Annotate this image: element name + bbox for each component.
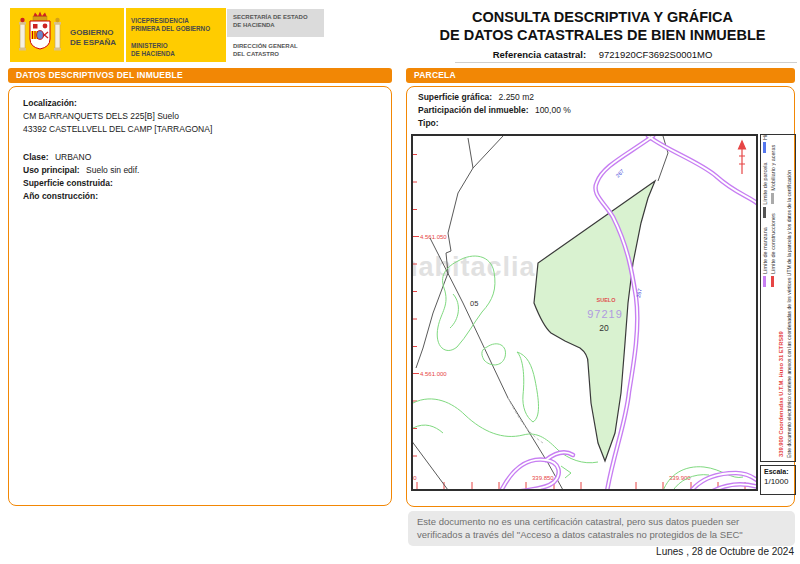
x-axis-label-2: 339.850 <box>532 475 554 481</box>
x-axis-label-1: 339.800 <box>413 475 417 481</box>
scale-value: 1/1000 <box>764 477 792 486</box>
parcela-panel-body: Superficie gráfica: 2.250 m2 Participaci… <box>406 86 795 507</box>
uso-label: Uso principal: <box>23 165 80 175</box>
legend-line-parcela-icon <box>764 207 767 218</box>
scale-box: Escala: 1/1000 <box>760 465 796 495</box>
uso-row: Uso principal: Suelo sin edif. <box>23 164 377 177</box>
legend-row-2: Límite de construcciones Mobiliario y ac… <box>770 139 777 289</box>
legend-line-zona-verde-icon <box>772 134 775 135</box>
title-line2: DE DATOS CATASTRALES DE BIEN INMUEBLE <box>408 26 797 44</box>
clase-label: Clase: <box>23 152 49 162</box>
legend-label-mobiliario: Mobiliario y aceras <box>770 145 776 191</box>
ministerio-label: MINISTERIO DE HACIENDA <box>131 42 175 58</box>
document-date: Lunes , 28 de Octubre de 2024 <box>656 546 794 557</box>
clase-value: URBANO <box>55 152 91 162</box>
road-number-label-top: 267 <box>614 168 625 179</box>
secretaria-box: SECRETARÍA DE ESTADO DE HACIENDA <box>227 9 324 37</box>
localizacion-line2: 43392 CASTELLVELL DEL CAMP [TARRAGONA] <box>23 123 377 136</box>
tipo-label: Tipo: <box>418 118 439 128</box>
gov-header-divider <box>124 8 126 62</box>
y-axis-label-2: 4.561.000 <box>420 371 447 377</box>
map-legend-strip: Límite de manzana Límite de parcela Hidr… <box>760 134 796 462</box>
page-title: CONSULTA DESCRIPTIVA Y GRÁFICA DE DATOS … <box>408 8 797 44</box>
localizacion-line1: CM BARRANQUETS DELS 225[B] Suelo <box>23 110 377 123</box>
superficie-grafica-value: 2.250 m2 <box>499 92 534 102</box>
direccion-general-label: DIRECCIÓN GENERAL DEL CATASTRO <box>233 42 298 58</box>
parcela-fields: Superficie gráfica: 2.250 m2 Participaci… <box>418 91 571 130</box>
map-canvas: 4.561.050 4.561.000 339.800 339.850 339.… <box>413 136 756 489</box>
uso-value: Suelo sin edif. <box>86 165 139 175</box>
reference-value: 9721920CF3692S0001MO <box>599 49 713 60</box>
vicepresidencia-label: VICEPRESIDENCIA PRIMERA DEL GOBIERNO <box>131 17 210 33</box>
y-axis-label-1: 4.561.050 <box>420 234 447 240</box>
spain-coat-of-arms-icon <box>17 11 63 63</box>
north-marker-icon <box>739 141 746 174</box>
parcel-code-label: 97219 <box>587 308 623 320</box>
scale-label: Escala: <box>764 468 792 475</box>
neighbor-parcel-label: 05 <box>470 299 478 308</box>
legend-label-manzana: Límite de manzana <box>762 227 768 274</box>
legend-label-construcciones: Límite de construcciones <box>770 213 776 274</box>
superficie-grafica-label: Superficie gráfica: <box>418 92 492 102</box>
datos-panel-header: DATOS DESCRIPTIVOS DEL INMUEBLE <box>8 68 392 83</box>
road-number-label: 267 <box>635 288 643 298</box>
title-line1: CONSULTA DESCRIPTIVA Y GRÁFICA <box>408 8 797 26</box>
certification-note: Este documento no es una certificación c… <box>408 511 795 546</box>
anio-label: Año construcción: <box>23 191 98 201</box>
legend-label-hidrografia: Hidrografía <box>762 134 768 140</box>
utm-coordinates-note: 339.900 Coordenadas U.T.M. Huso 31 ETRS8… <box>778 285 785 457</box>
localizacion-label: Localización: <box>23 97 377 110</box>
parcel-number-label: 20 <box>599 323 609 333</box>
legend-label-parcela: Límite de parcela <box>762 162 768 204</box>
parcela-panel-header: PARCELA <box>406 68 795 83</box>
reference-label: Referencia catastral: <box>493 49 586 60</box>
superficie-row: Superficie construida: <box>23 177 377 190</box>
datos-panel-body: Localización: CM BARRANQUETS DELS 225[B]… <box>8 86 392 506</box>
reference-row: Referencia catastral: 9721920CF3692S0001… <box>408 49 797 60</box>
clase-row: Clase: URBANO <box>23 151 377 164</box>
gobierno-de-espana-label: GOBIERNO DE ESPAÑA <box>70 28 116 48</box>
participacion-label: Participación del inmueble: <box>418 105 529 115</box>
legend-line-hidrografia-icon <box>764 142 767 153</box>
anio-row: Año construcción: <box>23 190 377 203</box>
header-separator <box>455 62 797 63</box>
legend-line-manzana-icon <box>764 276 767 287</box>
legend-row-1: Límite de manzana Límite de parcela Hidr… <box>762 139 769 289</box>
legend-line-construcciones-icon <box>772 276 775 287</box>
gov-logo-box: GOBIERNO DE ESPAÑA VICEPRESIDENCIA PRIME… <box>10 8 226 62</box>
participacion-value: 100,00 % <box>535 105 571 115</box>
annex-note: Este documento electrónico contiene anex… <box>786 138 793 458</box>
parcel-use-label: SUELO <box>597 297 617 303</box>
superficie-label: Superficie construida: <box>23 178 113 188</box>
cadastral-map: habitaclia 4.561.050 4.561.000 339.800 3… <box>411 134 758 491</box>
cadastral-document-page: GOBIERNO DE ESPAÑA VICEPRESIDENCIA PRIME… <box>0 0 800 564</box>
legend-line-mobiliario-icon <box>772 193 775 204</box>
